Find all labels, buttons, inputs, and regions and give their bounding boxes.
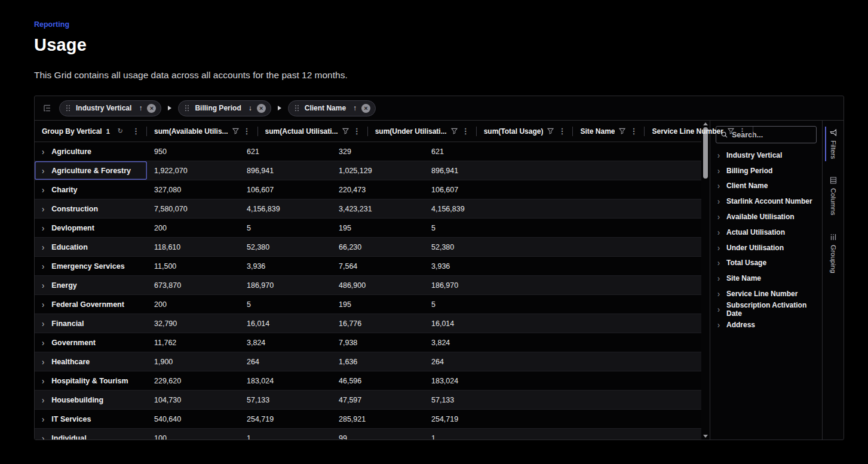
vertical-scrollbar[interactable]: [701, 121, 710, 440]
actual-utilisation-cell[interactable]: 3,936: [240, 257, 332, 275]
column-header[interactable]: Site Name ⋮: [573, 121, 645, 142]
expand-chevron-icon[interactable]: ›: [717, 274, 720, 283]
actual-utilisation-cell[interactable]: 52,380: [240, 238, 332, 256]
filter-field-item[interactable]: › Under Utilisation: [716, 240, 817, 256]
group-cell[interactable]: › Government: [35, 333, 147, 352]
expand-chevron-icon[interactable]: ›: [717, 289, 720, 299]
group-cell[interactable]: › Education: [35, 238, 147, 256]
group-cell[interactable]: › Emergency Services: [35, 257, 147, 275]
available-utilisation-cell[interactable]: 11,500: [147, 257, 240, 275]
total-usage-cell[interactable]: 264: [424, 352, 516, 371]
expand-chevron-icon[interactable]: ›: [42, 185, 44, 195]
group-cell[interactable]: › Agriculture & Forestry: [35, 161, 147, 180]
available-utilisation-cell[interactable]: 7,580,070: [147, 199, 240, 218]
close-icon[interactable]: ×: [147, 104, 156, 113]
filter-field-item[interactable]: › Site Name: [716, 271, 817, 286]
group-chip-client-name[interactable]: Client Name ↑ ×: [288, 100, 376, 116]
filter-funnel-icon[interactable]: [728, 128, 734, 134]
site-name-cell[interactable]: [516, 295, 609, 314]
available-utilisation-cell[interactable]: 200: [147, 219, 240, 237]
site-name-cell[interactable]: [516, 391, 609, 409]
total-usage-cell[interactable]: 254,719: [424, 410, 516, 428]
total-usage-cell[interactable]: 186,970: [424, 276, 516, 294]
column-menu-icon[interactable]: ⋮: [353, 127, 361, 136]
filter-field-item[interactable]: › Service Line Number: [716, 286, 817, 302]
actual-utilisation-cell[interactable]: 896,941: [240, 161, 332, 180]
site-name-cell[interactable]: [516, 410, 609, 428]
filter-field-item[interactable]: › Billing Period: [716, 163, 817, 179]
group-cell[interactable]: › Housebuilding: [35, 391, 147, 409]
site-name-cell[interactable]: [516, 371, 609, 390]
group-cell[interactable]: › Individual: [35, 429, 147, 440]
table-row[interactable]: › Education 118,610 52,380 66,230 52,380: [35, 238, 701, 257]
site-name-cell[interactable]: [516, 219, 609, 237]
service-line-number-cell[interactable]: [609, 219, 701, 237]
group-chip-billing-period[interactable]: Billing Period ↓ ×: [178, 100, 271, 116]
total-usage-cell[interactable]: 57,133: [424, 391, 516, 409]
available-utilisation-cell[interactable]: 1,900: [147, 352, 240, 371]
actual-utilisation-cell[interactable]: 621: [240, 142, 332, 161]
service-line-number-cell[interactable]: [609, 199, 701, 218]
site-name-cell[interactable]: [516, 199, 609, 218]
filter-field-item[interactable]: › Total Usage: [716, 256, 817, 271]
site-name-cell[interactable]: [516, 180, 609, 199]
total-usage-cell[interactable]: 183,024: [424, 371, 516, 390]
column-menu-icon[interactable]: ⋮: [738, 127, 746, 136]
group-cell[interactable]: › Agriculture: [35, 142, 147, 161]
service-line-number-cell[interactable]: [609, 410, 701, 428]
under-utilisation-cell[interactable]: 3,423,231: [332, 199, 424, 218]
service-line-number-cell[interactable]: [609, 238, 701, 256]
total-usage-cell[interactable]: 16,014: [424, 314, 516, 333]
actual-utilisation-cell[interactable]: 1: [240, 429, 332, 440]
expand-chevron-icon[interactable]: ›: [717, 196, 720, 206]
expand-chevron-icon[interactable]: ›: [42, 165, 44, 176]
column-header[interactable]: sum(Actual Utilisati... ⋮: [258, 121, 368, 142]
service-line-number-cell[interactable]: [609, 352, 701, 371]
group-cell[interactable]: › Hospitality & Tourism: [35, 371, 147, 390]
column-header-group-by-vertical[interactable]: Group By Vertical 1 ↻ ⋮: [35, 121, 147, 142]
table-row[interactable]: › Devlopment 200 5 195 5: [35, 219, 701, 238]
expand-chevron-icon[interactable]: ›: [717, 243, 720, 253]
drag-handle-icon[interactable]: [66, 105, 68, 106]
service-line-number-cell[interactable]: [609, 391, 701, 409]
sort-asc-icon[interactable]: ↑: [353, 104, 357, 112]
expand-chevron-icon[interactable]: ›: [42, 414, 44, 424]
filter-field-item[interactable]: › Industry Vertical: [716, 148, 817, 163]
site-name-cell[interactable]: [516, 333, 609, 352]
expand-chevron-icon[interactable]: ›: [42, 146, 44, 156]
available-utilisation-cell[interactable]: 950: [147, 142, 240, 161]
service-line-number-cell[interactable]: [609, 180, 701, 199]
table-row[interactable]: › Federal Government 200 5 195 5: [35, 295, 701, 314]
actual-utilisation-cell[interactable]: 3,824: [240, 333, 332, 352]
site-name-cell[interactable]: [516, 142, 609, 161]
site-name-cell[interactable]: [516, 161, 609, 180]
under-utilisation-cell[interactable]: 7,938: [332, 333, 424, 352]
actual-utilisation-cell[interactable]: 16,014: [240, 314, 332, 333]
sort-desc-icon[interactable]: ↓: [249, 104, 252, 112]
service-line-number-cell[interactable]: [609, 314, 701, 333]
under-utilisation-cell[interactable]: 195: [332, 219, 424, 237]
actual-utilisation-cell[interactable]: 254,719: [240, 410, 332, 428]
expand-chevron-icon[interactable]: ›: [42, 223, 44, 233]
expand-chevron-icon[interactable]: ›: [42, 318, 44, 328]
under-utilisation-cell[interactable]: 1,025,129: [332, 161, 424, 180]
total-usage-cell[interactable]: 1: [424, 429, 516, 440]
group-cell[interactable]: › Construction: [35, 199, 147, 218]
close-icon[interactable]: ×: [361, 104, 370, 113]
scroll-down-icon[interactable]: [703, 435, 708, 438]
actual-utilisation-cell[interactable]: 186,970: [240, 276, 332, 294]
available-utilisation-cell[interactable]: 11,762: [147, 333, 240, 352]
table-row[interactable]: › Energy 673,870 186,970 486,900 186,970: [35, 276, 701, 295]
table-row[interactable]: › Construction 7,580,070 4,156,839 3,423…: [35, 199, 701, 219]
under-utilisation-cell[interactable]: 285,921: [332, 410, 424, 428]
service-line-number-cell[interactable]: [609, 276, 701, 294]
expand-chevron-icon[interactable]: ›: [42, 395, 44, 405]
available-utilisation-cell[interactable]: 540,640: [147, 410, 240, 428]
breadcrumb[interactable]: Reporting: [34, 20, 868, 29]
sort-asc-icon[interactable]: ↑: [139, 104, 142, 112]
under-utilisation-cell[interactable]: 47,597: [332, 391, 424, 409]
available-utilisation-cell[interactable]: 118,610: [147, 238, 240, 256]
table-row[interactable]: › Agriculture & Forestry 1,922,070 896,9…: [35, 161, 701, 180]
column-header[interactable]: Service Line Number ⋮: [645, 121, 753, 142]
expand-chevron-icon[interactable]: ›: [42, 433, 44, 440]
